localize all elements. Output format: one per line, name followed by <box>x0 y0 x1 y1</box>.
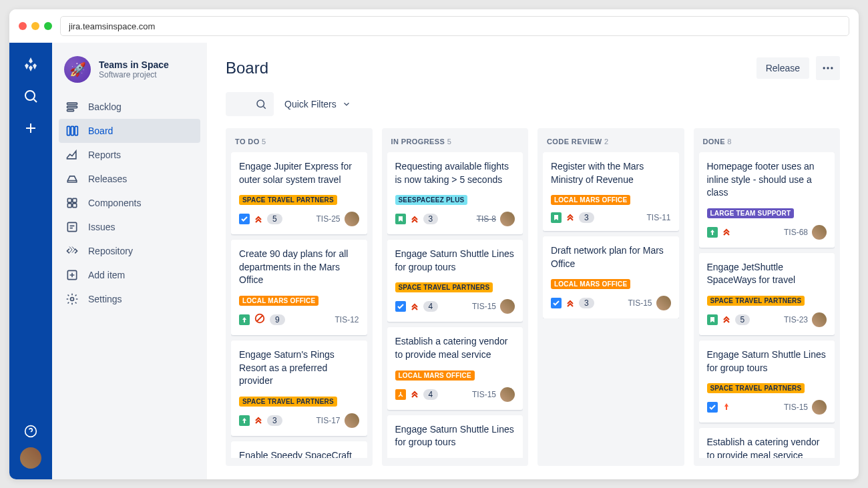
project-header: 🚀 Teams in Space Software project <box>59 56 200 95</box>
sidebar-item-add-item[interactable]: Add item <box>59 263 200 287</box>
card-footer: 3TIS-15 <box>551 296 671 310</box>
sidebar-item-settings[interactable]: Settings <box>59 287 200 311</box>
issue-card[interactable]: Engage Saturn Shuttle Lines for group to… <box>387 240 523 322</box>
board-icon <box>65 124 79 138</box>
window-controls <box>19 22 52 30</box>
issue-card[interactable]: Engage Saturn Shuttle Lines for group to… <box>387 415 523 458</box>
board-column-done: DONE 8Homepage footer uses an inline sty… <box>694 128 841 466</box>
priority-highest-icon <box>410 301 419 312</box>
assignee-avatar <box>345 212 359 226</box>
settings-icon <box>65 292 79 306</box>
search-icon <box>255 98 267 110</box>
project-avatar-icon: 🚀 <box>64 56 91 83</box>
project-type: Software project <box>99 70 169 79</box>
sidebar-item-board[interactable]: Board <box>59 119 200 143</box>
help-icon[interactable] <box>24 425 37 438</box>
epic-tag: LARGE TEAM SUPPORT <box>707 208 795 218</box>
sidebar-item-label: Add item <box>88 270 125 280</box>
card-title: Create 90 day plans for all departments … <box>239 248 359 287</box>
card-footer: 5TIS-23 <box>707 312 827 327</box>
nav-rail <box>9 43 52 479</box>
project-name: Teams in Space <box>99 59 169 70</box>
priority-highest-icon <box>722 226 731 238</box>
issue-card[interactable]: Draft network plan for Mars OfficeLOCAL … <box>543 236 679 318</box>
issue-card[interactable]: Engage Saturn Shuttle Lines for group to… <box>699 340 835 423</box>
issue-card[interactable]: Homepage footer uses an inline style - s… <box>699 152 835 248</box>
create-icon[interactable] <box>23 120 39 136</box>
release-button[interactable]: Release <box>756 57 809 79</box>
maximize-icon[interactable] <box>44 22 52 30</box>
sidebar-item-components[interactable]: Components <box>59 191 200 215</box>
epic-tag: LOCAL MARS OFFICE <box>395 371 475 381</box>
profile-avatar[interactable] <box>20 447 41 469</box>
card-footer: TIS-68 <box>707 225 827 240</box>
column-header: DONE 8 <box>699 136 835 152</box>
issue-key: TIS-15 <box>628 298 652 308</box>
search-icon[interactable] <box>23 88 39 104</box>
card-title: Enable Speedy SpaceCraft as the preferre… <box>239 449 359 458</box>
card-title: Establish a catering vendor to provide m… <box>395 335 515 361</box>
kanban-board: TO DO 5Engage Jupiter Express for outer … <box>226 128 840 466</box>
card-title: Engage Saturn Shuttle Lines for group to… <box>395 423 515 449</box>
priority-high-icon <box>722 402 731 413</box>
assignee-avatar <box>656 296 671 310</box>
url-input[interactable] <box>60 16 849 36</box>
issue-card[interactable]: Engage JetShuttle SpaceWays for travelSP… <box>699 253 835 335</box>
issues-icon <box>65 220 79 234</box>
task-type-icon <box>551 298 562 308</box>
issue-card[interactable]: Engage Jupiter Express for outer solar s… <box>231 152 367 234</box>
story-type-icon <box>395 214 406 224</box>
svg-point-15 <box>823 67 825 69</box>
svg-point-16 <box>827 67 829 69</box>
issue-card[interactable]: Establish a catering vendor to provide m… <box>699 428 835 458</box>
task-type-icon <box>395 301 406 312</box>
task-type-icon <box>239 214 250 224</box>
issue-card[interactable]: Enable Speedy SpaceCraft as the preferre… <box>231 441 367 458</box>
issue-key: TIS-8 <box>477 214 496 224</box>
sidebar-item-repository[interactable]: Repository <box>59 239 200 263</box>
issue-key: TIS-15 <box>472 390 496 399</box>
epic-tag: SPACE TRAVEL PARTNERS <box>239 195 337 205</box>
sidebar-item-label: Backlog <box>88 101 122 112</box>
story-points: 9 <box>270 314 285 325</box>
issue-card[interactable]: Establish a catering vendor to provide m… <box>387 327 523 409</box>
card-title: Engage Saturn's Rings Resort as a prefer… <box>239 348 359 388</box>
epic-tag: LOCAL MARS OFFICE <box>239 296 318 306</box>
priority-highest-icon <box>410 214 419 225</box>
card-title: Engage Jupiter Express for outer solar s… <box>239 160 359 186</box>
sidebar-item-label: Board <box>88 126 113 136</box>
column-header: IN PROGRESS 5 <box>387 136 523 152</box>
sidebar-item-label: Issues <box>88 222 115 232</box>
sidebar-item-reports[interactable]: Reports <box>59 143 200 167</box>
board-column-to-do: TO DO 5Engage Jupiter Express for outer … <box>226 128 373 466</box>
improvement-type-icon <box>239 314 250 325</box>
more-menu-button[interactable] <box>816 56 840 80</box>
issue-card[interactable]: Engage Saturn's Rings Resort as a prefer… <box>231 340 367 436</box>
improvement-type-icon <box>707 227 718 238</box>
epic-tag: SPACE TRAVEL PARTNERS <box>707 296 805 306</box>
issue-key: TIS-25 <box>316 214 340 224</box>
board-search[interactable] <box>226 92 274 116</box>
assignee-avatar <box>812 312 827 327</box>
svg-rect-4 <box>67 109 74 111</box>
jira-logo-icon[interactable] <box>23 56 39 72</box>
sidebar-item-releases[interactable]: Releases <box>59 167 200 191</box>
minimize-icon[interactable] <box>31 22 39 30</box>
issue-card[interactable]: Register with the Mars Ministry of Reven… <box>543 152 679 231</box>
priority-highest-icon <box>566 212 575 223</box>
sidebar-item-label: Settings <box>88 294 122 304</box>
issue-key: TIS-11 <box>646 213 670 222</box>
issue-key: TIS-23 <box>784 315 808 324</box>
issue-card[interactable]: Create 90 day plans for all departments … <box>231 240 367 335</box>
close-icon[interactable] <box>19 22 27 30</box>
assignee-avatar <box>345 413 359 428</box>
sidebar-item-backlog[interactable]: Backlog <box>59 95 200 119</box>
issue-card[interactable]: Requesting available flights is now taki… <box>387 152 523 234</box>
svg-rect-11 <box>73 204 77 208</box>
quick-filters-dropdown[interactable]: Quick Filters <box>284 99 351 109</box>
card-title: Draft network plan for Mars Office <box>551 244 671 270</box>
epic-tag: SEESPACEEZ PLUS <box>395 195 468 205</box>
card-title: Engage JetShuttle SpaceWays for travel <box>707 261 827 287</box>
sidebar-item-issues[interactable]: Issues <box>59 215 200 239</box>
svg-point-0 <box>25 91 35 100</box>
